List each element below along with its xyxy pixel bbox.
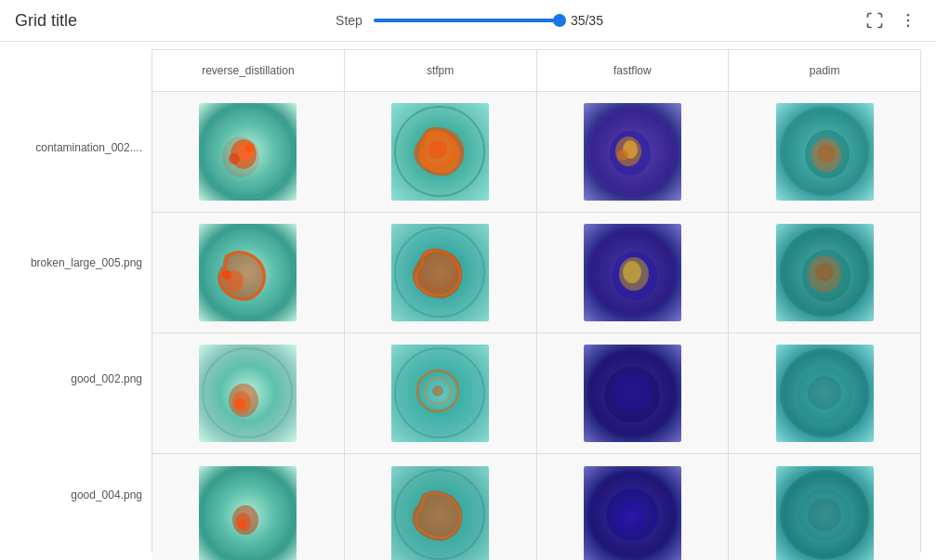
cell-0-2[interactable] <box>537 92 730 212</box>
image-1-2 <box>584 224 681 321</box>
col-header-fastflow: fastflow <box>537 50 730 91</box>
image-3-3 <box>776 466 874 561</box>
header-actions <box>862 7 921 33</box>
image-3-1 <box>391 466 489 561</box>
col-header-padim: padim <box>729 50 920 91</box>
main-grid: reverse_distillation stfpm fastflow padi… <box>152 49 921 553</box>
cell-0-0[interactable] <box>152 92 345 212</box>
cell-1-3[interactable] <box>729 213 920 332</box>
cell-1-2[interactable] <box>537 213 730 332</box>
image-3-0 <box>199 466 297 561</box>
cell-0-3[interactable] <box>729 92 920 212</box>
step-area: Step 35/35 <box>77 13 862 28</box>
step-label: Step <box>336 13 363 28</box>
step-count: 35/35 <box>571 13 603 28</box>
cell-2-1[interactable] <box>345 333 537 453</box>
cell-3-3[interactable] <box>729 454 920 560</box>
svg-point-7 <box>229 153 240 164</box>
fullscreen-button[interactable] <box>862 7 888 33</box>
image-1-0 <box>199 224 297 321</box>
row-label-contamination: contamination_002.... <box>7 89 152 205</box>
image-0-1 <box>391 103 489 201</box>
svg-point-44 <box>613 374 651 411</box>
image-1-3 <box>776 224 874 321</box>
svg-point-56 <box>623 510 638 525</box>
cell-3-2[interactable] <box>537 454 730 560</box>
col-header-rd: reverse_distillation <box>152 50 345 91</box>
grid-row-3 <box>152 454 920 560</box>
svg-point-59 <box>808 498 841 531</box>
svg-point-23 <box>222 270 231 280</box>
svg-point-51 <box>237 519 246 528</box>
image-1-1 <box>391 224 489 321</box>
svg-point-16 <box>617 150 628 161</box>
grid-title: Grid title <box>15 11 77 31</box>
svg-point-11 <box>428 140 447 159</box>
grid-row-2 <box>152 333 920 454</box>
col-header-stfpm: stfpm <box>345 50 537 91</box>
image-2-1 <box>391 345 489 442</box>
row-label-good-002: good_002.png <box>7 321 152 437</box>
svg-point-37 <box>234 398 245 410</box>
step-slider[interactable] <box>374 19 560 22</box>
row-label-good-004: good_004.png <box>7 436 152 553</box>
svg-point-2 <box>907 25 910 28</box>
cell-2-3[interactable] <box>729 333 920 453</box>
image-3-2 <box>584 466 681 561</box>
cell-2-0[interactable] <box>152 333 345 453</box>
svg-point-33 <box>815 263 834 281</box>
row-labels: contamination_002.... broken_large_005.p… <box>7 49 152 553</box>
slider-fill <box>374 19 560 22</box>
svg-point-0 <box>907 14 910 16</box>
cell-3-0[interactable] <box>152 454 345 560</box>
row-label-header <box>7 49 152 89</box>
svg-point-47 <box>808 376 841 410</box>
svg-point-20 <box>817 144 836 163</box>
cell-0-1[interactable] <box>345 92 537 212</box>
grid-container: contamination_002.... broken_large_005.p… <box>0 42 936 560</box>
image-2-2 <box>584 345 681 442</box>
image-0-0 <box>199 103 297 201</box>
svg-point-8 <box>245 143 255 152</box>
more-options-button[interactable] <box>895 7 921 33</box>
grid-row-0 <box>152 92 920 213</box>
row-label-broken-large: broken_large_005.png <box>7 205 152 321</box>
svg-point-41 <box>432 385 443 397</box>
image-0-3 <box>776 103 874 201</box>
cell-2-2[interactable] <box>537 333 730 453</box>
col-headers: reverse_distillation stfpm fastflow padi… <box>152 50 920 92</box>
image-0-2 <box>584 103 681 201</box>
header: Grid title Step 35/35 <box>0 0 936 42</box>
svg-point-29 <box>623 261 641 283</box>
svg-point-1 <box>907 20 910 22</box>
grid-row-1 <box>152 213 920 333</box>
cell-1-0[interactable] <box>152 213 345 332</box>
image-2-0 <box>199 345 297 442</box>
image-2-3 <box>776 345 874 442</box>
cell-3-1[interactable] <box>345 454 537 560</box>
cell-1-1[interactable] <box>345 213 537 332</box>
slider-thumb <box>553 14 566 27</box>
